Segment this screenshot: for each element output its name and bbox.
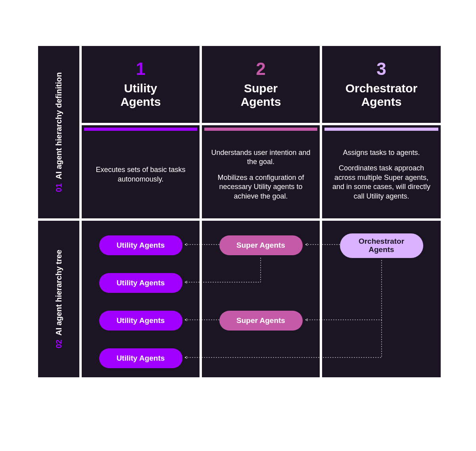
col-title-1: Utility Agents [121, 82, 161, 109]
desc-col-1: Executes sets of basic tasks autonomousl… [81, 124, 201, 220]
desc-text-3a: Assigns tasks to agents. [343, 148, 420, 157]
pill-utility-1: Utility Agents [99, 235, 182, 255]
col-number-1: 1 [136, 60, 145, 78]
desc-text-2a: Understands user intention and the goal. [211, 148, 311, 167]
section-number-02: 02 [54, 340, 63, 348]
accent-bar-1 [84, 128, 197, 131]
tree-col-utility: Utility Agents Utility Agents Utility Ag… [81, 220, 201, 378]
col-title-2: Super Agents [241, 82, 281, 109]
sidebar-section-01: 01 AI agent hierarchy definition [37, 45, 81, 220]
pill-orchestrator: OrchestratorAgents [340, 233, 423, 258]
desc-text-1a: Executes sets of basic tasks autonomousl… [90, 165, 191, 184]
desc-col-2: Understands user intention and the goal.… [201, 124, 321, 220]
desc-col-3: Assigns tasks to agents. Coordinates tas… [321, 124, 442, 220]
section-label-02: AI agent hierarchy tree [54, 250, 63, 336]
header-col-3: 3 Orchestrator Agents [321, 45, 442, 124]
tree-col-orchestrator: OrchestratorAgents [321, 220, 442, 378]
header-col-2: 2 Super Agents [201, 45, 321, 124]
pill-utility-4: Utility Agents [99, 348, 182, 368]
diagram-canvas: 01 AI agent hierarchy definition 1 Utili… [0, 0, 476, 451]
accent-bar-2 [204, 128, 317, 131]
header-col-1: 1 Utility Agents [81, 45, 201, 124]
col-title-3: Orchestrator Agents [345, 82, 418, 109]
tree-col-super: Super Agents Super Agents [201, 220, 321, 378]
col-number-2: 2 [256, 60, 265, 78]
col-number-3: 3 [376, 60, 386, 78]
pill-super-2: Super Agents [219, 311, 303, 331]
pill-super-1: Super Agents [219, 235, 303, 255]
diagram-grid: 01 AI agent hierarchy definition 1 Utili… [37, 45, 442, 378]
section-number-01: 01 [54, 183, 63, 192]
desc-text-3b: Coordinates task approach across multipl… [331, 164, 432, 201]
accent-bar-3 [324, 128, 438, 131]
sidebar-section-02: 02 AI agent hierarchy tree [37, 220, 81, 378]
pill-utility-2: Utility Agents [99, 273, 182, 293]
pill-utility-3: Utility Agents [99, 311, 182, 331]
section-label-01: AI agent hierarchy definition [54, 72, 63, 179]
desc-text-2b: Mobilizes a configuration of necessary U… [211, 173, 311, 201]
